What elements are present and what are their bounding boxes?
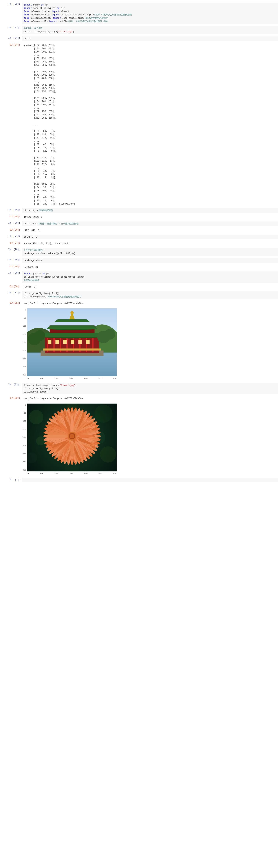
flower-ytick-400: 400 [23,468,26,472]
output-77: array([174, 201, 231], dtype=uint8) [22,242,278,246]
cell-78-in: In [78]: #包含多少种的颜色！ newimage = china.res… [0,247,278,257]
prompt-76-in: In [76]: [0,221,22,227]
prompt-77-out: Out[77]: [0,241,22,246]
flower-ytick-200: 200 [23,436,26,439]
ytick-50: 50 [24,316,26,320]
content-79-out: (273280, 3) [22,265,278,270]
content-74-out: array([[[174, 201, 231], [174, 201, 231]… [22,42,278,207]
flower-ytick-350: 350 [23,460,26,463]
content-74-in: china [22,36,278,42]
output-82-text: <matplotlib.image.AxesImage at 0x27709f2… [22,397,278,401]
flower-image-canvas [27,404,117,471]
content-73: #实例化、导入图片 china = load_sample_image("chi… [22,25,278,35]
xtick-600: 600 [113,377,117,380]
cell-81-out: Out[81]: <matplotlib.image.AxesImage at … [0,301,278,306]
content-82-out: <matplotlib.image.AxesImage at 0x27709f2… [22,396,278,401]
code-81[interactable]: plt.figure(figsize=(15,15)) plt.imshow(c… [22,291,278,299]
output-74: array([[[174, 201, 231], [174, 201, 231]… [22,43,278,206]
flower-ytick-250: 250 [23,444,26,447]
code-78[interactable]: #包含多少种的颜色！ newimage = china.reshape((427… [22,248,278,256]
code-75[interactable]: china.dtype#查看数据类型 [22,208,278,213]
ytick-300: 300 [23,357,26,360]
content-82-in: flower = load_sample_image("flower.jpg")… [22,382,278,395]
code-74[interactable]: china [22,36,278,41]
flower-ytick-300: 300 [23,452,26,455]
cell-82-out: Out[82]: <matplotlib.image.AxesImage at … [0,396,278,401]
cell-75-in: In [75]: china.dtype#查看数据类型 [0,208,278,214]
content-80-out: (96615, 3) [22,284,278,290]
cell-74-in: In [74]: china [0,36,278,42]
content-76-out: (427, 640, 3) [22,228,278,233]
flower-image-output: 0 50 100 150 200 250 300 350 400 [22,404,278,475]
cell-75-out: Out[75]: dtype('uint8') [0,214,278,220]
output-75: dtype('uint8') [22,215,278,219]
prompt-81-out: Out[81]: [0,301,22,306]
flower-xtick-100: 100 [40,472,43,475]
prompt-81-in: In [81]: [0,290,22,300]
prompt-79-out: Out[79]: [0,265,22,270]
notebook: In [72]: import numpy as np import matpl… [0,0,278,485]
content-81-in: plt.figure(figsize=(15,15)) plt.imshow(c… [22,290,278,300]
ytick-400: 400 [23,373,26,376]
output-79: (273280, 3) [22,265,278,269]
content-82-img: 0 50 100 150 200 250 300 350 400 [22,402,278,476]
cell-81-in: In [81]: plt.figure(figsize=(15,15)) plt… [0,290,278,300]
cell-72: In [72]: import numpy as np import matpl… [0,2,278,25]
content-72: import numpy as np import matplotlib.pyp… [22,2,278,25]
cell-81-img-cell: 0 50 100 150 200 250 300 350 400 [0,307,278,381]
prompt-73: In [73]: [0,25,22,35]
ytick-350: 350 [23,365,26,368]
code-79[interactable]: newimage.shape [22,258,278,263]
content-77-in: china[0][0] [22,234,278,240]
cell-end: In [ ]: [0,477,278,483]
prompt-74-in: In [74]: [0,36,22,42]
code-76[interactable]: china.shape#长度X 宽度X像素 > 三个数决定的颜色 [22,221,278,226]
cell-74-out: Out[74]: array([[[174, 201, 231], [174, … [0,42,278,207]
prompt-82-in: In [82]: [0,382,22,395]
code-77[interactable]: china[0][0] [22,235,278,239]
content-78-in: #包含多少种的颜色！ newimage = china.reshape((427… [22,247,278,257]
flower-ytick-100: 100 [23,420,26,423]
code-82[interactable]: flower = load_sample_image("flower.jpg")… [22,383,278,394]
prompt-76-out: Out[76]: [0,228,22,233]
cell-80-out: Out[80]: (96615, 3) [0,284,278,290]
code-73[interactable]: #实例化、导入图片 china = load_sample_image("chi… [22,26,278,34]
code-80[interactable]: import pandas as pd pd.DataFrame(newimag… [22,271,278,283]
ytick-100: 100 [23,324,26,328]
flower-xtick-200: 200 [55,472,58,475]
prompt-78-in: In [78]: [0,247,22,257]
cell-77-in: In [77]: china[0][0] [0,234,278,240]
content-75-in: china.dtype#查看数据类型 [22,208,278,214]
content-76-in: china.shape#长度X 宽度X像素 > 三个数决定的颜色 [22,221,278,227]
content-80-in: import pandas as pd pd.DataFrame(newimag… [22,271,278,283]
cell-80-in: In [80]: import pandas as pd pd.DataFram… [0,271,278,283]
flower-xtick-500: 500 [99,472,102,475]
flower-ytick-150: 150 [23,428,26,431]
xtick-300: 300 [69,377,73,380]
prompt-82-out: Out[82]: [0,396,22,401]
prompt-81-img [0,307,22,381]
cell-77-out: Out[77]: array([174, 201, 231], dtype=ui… [0,241,278,246]
flower-xtick-300: 300 [69,472,73,475]
ytick-150: 150 [23,333,26,336]
output-80: (96615, 3) [22,285,278,289]
flower-xtick-600: 600 [113,472,117,475]
cell-76-out: Out[76]: (427, 640, 3) [0,228,278,233]
cell-82-img-cell: 0 50 100 150 200 250 300 350 400 [0,402,278,476]
content-end [22,477,278,483]
prompt-end: In [ ]: [0,477,22,483]
prompt-80-in: In [80]: [0,271,22,283]
prompt-82-img [0,402,22,476]
content-81-out: <matplotlib.image.AxesImage at 0x27709eb… [22,301,278,306]
ytick-200: 200 [23,341,26,344]
code-end[interactable] [22,478,278,482]
content-77-out: array([174, 201, 231], dtype=uint8) [22,241,278,246]
china-image-canvas [27,308,117,376]
prompt-74-out: Out[74]: [0,42,22,207]
flower-ytick-0: 0 [25,404,26,407]
cell-79-out: Out[79]: (273280, 3) [0,265,278,270]
code-72[interactable]: import numpy as np import matplotlib.pyp… [22,3,278,24]
xtick-400: 400 [84,377,88,380]
prompt-77-in: In [77]: [0,234,22,240]
ytick-0: 0 [25,308,26,312]
